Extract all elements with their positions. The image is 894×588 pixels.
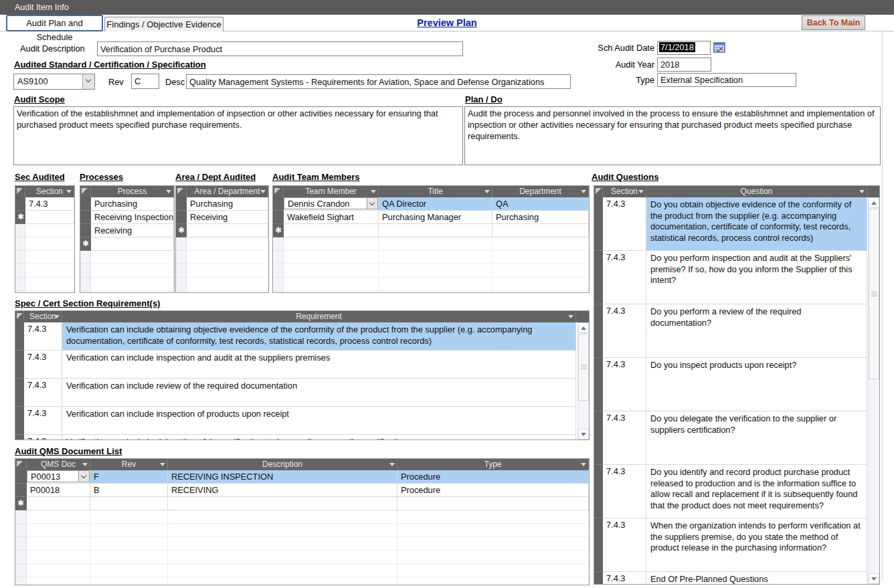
column-header[interactable]: Description (168, 459, 397, 470)
filter-icon[interactable] (66, 190, 72, 193)
table-row[interactable]: 7.4.3Verification can include delegation… (15, 435, 589, 440)
audit-questions-grid[interactable]: SectionQuestion7.4.3Do you obtain object… (594, 185, 880, 585)
grid-cell[interactable]: Do you perform inspection and audit at t… (646, 251, 867, 304)
column-header[interactable]: Type (397, 459, 589, 470)
table-row[interactable]: 7.4.3End Of Pre-Planned Questions (594, 572, 879, 585)
row-header[interactable]: ✱ (80, 237, 91, 251)
table-row[interactable]: 7.4.3Do you delegate the verification to… (594, 411, 879, 465)
preview-plan-link[interactable]: Preview Plan (393, 17, 501, 28)
grid-cell[interactable] (187, 224, 268, 237)
row-header[interactable]: ✱ (273, 224, 284, 237)
table-row[interactable]: 7.4.3Verification can include review of … (15, 379, 589, 407)
grid-cell[interactable]: 7.4.3 (24, 379, 62, 407)
row-header[interactable] (80, 211, 91, 224)
grid-cell[interactable]: Wakefield Sighart (284, 211, 379, 224)
grid-cell[interactable]: QA (493, 197, 589, 211)
grid-cell[interactable] (397, 497, 589, 510)
grid-cell[interactable]: P00018 (27, 484, 90, 497)
grid-cell[interactable]: Procedure (397, 470, 589, 484)
grid-cell[interactable]: Do you obtain objective evidence of the … (646, 197, 867, 251)
grid-cell[interactable]: RECEIVING INSPECTION (168, 470, 397, 484)
grid-cell[interactable]: When the organization intends to perform… (646, 518, 867, 572)
table-row[interactable]: Receiving (80, 224, 174, 237)
table-row[interactable]: 7.4.3 (15, 197, 74, 211)
row-header[interactable] (80, 197, 91, 211)
grid-cell[interactable]: End Of Pre-Planned Questions (646, 572, 867, 585)
table-row[interactable]: 7.4.3Do you perform inspection and audit… (594, 251, 879, 304)
table-row[interactable]: ✱ (15, 211, 74, 224)
standard-select-dropdown-button[interactable] (82, 74, 94, 89)
grid-cell[interactable]: Verification can include review of the r… (62, 379, 576, 407)
grid-cell[interactable] (379, 224, 493, 237)
qms-doc-grid[interactable]: QMS DocRevDescriptionTypeP00013FRECEIVIN… (15, 458, 590, 585)
grid-cell[interactable]: Purchasing (91, 197, 174, 211)
row-header[interactable] (594, 518, 603, 572)
column-header[interactable]: Requirement (62, 311, 576, 322)
spec-cert-grid[interactable]: SectionRequirement7.4.3Verification can … (15, 310, 590, 440)
row-header[interactable] (594, 572, 603, 585)
filter-icon[interactable] (389, 463, 395, 466)
vertical-scrollbar[interactable] (868, 197, 879, 584)
column-header[interactable]: Team Member (284, 186, 379, 197)
scroll-up-button[interactable] (578, 322, 589, 333)
grid-cell[interactable]: 7.4.3 (24, 435, 62, 440)
standard-select[interactable]: AS9100 (13, 74, 95, 90)
cell-dropdown-button[interactable] (367, 197, 378, 209)
column-header[interactable]: Process (91, 186, 174, 197)
team-members-grid[interactable]: Team MemberTitleDepartmentDennis Crandon… (272, 185, 590, 293)
filter-icon[interactable] (638, 190, 644, 193)
scrollbar-thumb[interactable] (578, 334, 589, 401)
column-header[interactable]: Section (24, 311, 62, 322)
grid-cell[interactable] (27, 497, 90, 510)
processes-grid[interactable]: ProcessPurchasingReceiving InspectionRec… (80, 185, 175, 293)
table-row[interactable]: 7.4.3Verification can include inspection… (15, 351, 589, 379)
grid-cell[interactable]: 7.4.3 (24, 407, 62, 435)
tab-findings-objective-evidence[interactable]: Findings / Objective Evidence (104, 17, 224, 31)
row-header[interactable] (176, 211, 187, 224)
grid-cell[interactable] (493, 224, 589, 237)
grid-cell[interactable]: Verification can include inspection of p… (62, 407, 576, 435)
grid-cell[interactable]: Dennis Crandon (284, 197, 379, 211)
desc-input[interactable] (186, 74, 571, 89)
table-row[interactable]: Purchasing (80, 197, 174, 211)
table-row[interactable]: Wakefield SighartPurchasing ManagerPurch… (273, 211, 589, 224)
grid-cell[interactable]: Verification can include obtaining objec… (62, 322, 576, 351)
grid-cell[interactable]: 7.4.3 (603, 197, 646, 251)
grid-cell[interactable]: 7.4.3 (24, 322, 62, 351)
grid-cell[interactable]: Receiving (187, 211, 268, 224)
row-header[interactable] (273, 211, 284, 224)
row-header[interactable]: ✱ (15, 211, 25, 224)
tab-audit-plan-and-schedule[interactable]: Audit Plan and Schedule (6, 15, 103, 31)
row-header[interactable] (176, 197, 187, 211)
filter-icon[interactable] (371, 190, 376, 193)
audit-scope-textarea[interactable]: Verification of the establishmnet and im… (13, 106, 463, 165)
column-header[interactable]: Title (379, 186, 493, 197)
row-header[interactable] (15, 435, 24, 440)
grid-cell[interactable] (91, 237, 174, 251)
row-header[interactable] (15, 379, 24, 407)
row-header[interactable] (15, 407, 24, 435)
row-header[interactable] (273, 197, 284, 211)
rev-input[interactable] (131, 74, 159, 89)
table-row[interactable]: 7.4.3Do you identify and record product … (594, 465, 879, 518)
row-header[interactable] (594, 197, 603, 251)
audit-description-input[interactable] (97, 41, 463, 56)
grid-cell[interactable]: 7.4.3 (603, 411, 646, 465)
select-all-corner[interactable] (15, 311, 24, 322)
table-row[interactable]: Receiving Inspection (80, 211, 174, 224)
table-row[interactable]: Receiving (176, 211, 268, 224)
column-header[interactable]: QMS Doc (27, 459, 90, 470)
row-header[interactable] (594, 411, 603, 465)
filter-icon[interactable] (581, 463, 586, 466)
scroll-up-button[interactable] (869, 197, 879, 208)
select-all-corner[interactable] (80, 186, 91, 197)
filter-icon[interactable] (484, 190, 490, 193)
select-all-corner[interactable] (176, 186, 187, 197)
column-header[interactable]: Area / Department (187, 186, 268, 197)
select-all-corner[interactable] (15, 186, 25, 197)
row-header[interactable] (594, 251, 603, 304)
filter-icon[interactable] (260, 190, 266, 193)
grid-cell[interactable]: 7.4.3 (603, 358, 646, 411)
scrollbar-thumb[interactable] (869, 209, 879, 379)
grid-cell[interactable]: 7.4.3 (603, 251, 646, 304)
